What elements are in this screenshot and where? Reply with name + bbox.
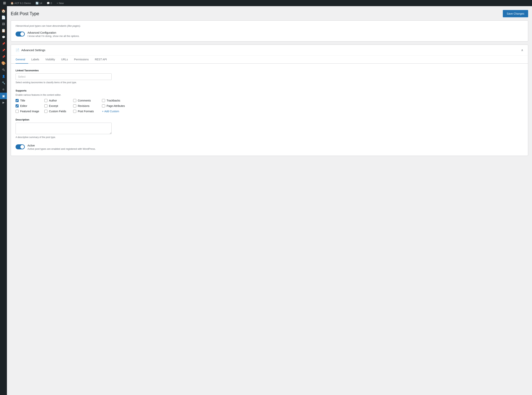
checkbox-featured-image[interactable]: Featured Image (16, 110, 44, 113)
add-custom-label: Add Custom (104, 110, 119, 113)
sidebar-icon-appearance[interactable]: 🎨 (0, 60, 7, 66)
sidebar-icon-plugins[interactable]: 🔌 (0, 66, 7, 73)
advanced-config-label: Advanced Configuration (27, 31, 80, 34)
sidebar-icon-pages[interactable]: 📋 (0, 27, 7, 34)
active-toggle-slider (16, 144, 25, 149)
checkbox-featured-image-input[interactable] (16, 110, 19, 113)
advanced-settings-card: 📄 Advanced Settings ∧ General Labels Vis… (11, 45, 528, 156)
advanced-config-text: Advanced Configuration I know what I'm d… (27, 31, 80, 38)
checkbox-revisions[interactable]: Revisions (73, 104, 102, 107)
advanced-settings-title: 📄 Advanced Settings (16, 48, 45, 52)
sidebar-icon-pin3[interactable]: 📌 (0, 53, 7, 60)
updates-icon: 🔄 (36, 2, 39, 5)
checkbox-revisions-input[interactable] (73, 104, 76, 107)
linked-taxonomies-hint: Select existing taxonomies to classify i… (16, 81, 523, 84)
advanced-settings-tabs: General Labels Visibility URLs Permissio… (11, 55, 528, 64)
updates-button[interactable]: 🔄 site-name 14 (34, 0, 44, 6)
sidebar-icon-media[interactable]: 🖼 (0, 21, 7, 27)
page-title: Edit Post Type (11, 11, 39, 16)
tab-visibility[interactable]: Visibility (42, 55, 58, 64)
toggle-slider (16, 32, 25, 37)
checkbox-custom-fields[interactable]: Custom Fields (44, 110, 73, 113)
checkbox-post-formats-input[interactable] (73, 110, 76, 113)
section-document-icon: 📄 (16, 48, 19, 52)
checkbox-title-label: Title (20, 99, 25, 102)
checkbox-custom-fields-label: Custom Fields (49, 110, 66, 113)
checkbox-trackbacks-label: Trackbacks (107, 99, 120, 102)
site-name-button[interactable]: 🏠 ACF 6.1 Demo (9, 0, 32, 6)
tab-urls[interactable]: URLs (58, 55, 71, 64)
description-label: Description (16, 118, 523, 121)
tab-labels[interactable]: Labels (28, 55, 42, 64)
general-tab-content: Linked Taxonomies Select existing taxono… (11, 64, 528, 156)
tab-general[interactable]: General (16, 55, 28, 64)
active-toggle[interactable] (16, 144, 25, 149)
checkbox-excerpt-input[interactable] (44, 104, 48, 107)
comments-icon: 💬 (47, 2, 50, 5)
sidebar-icon-dashboard[interactable]: 🏠 (0, 8, 7, 14)
description-textarea[interactable] (16, 123, 112, 134)
home-icon: 🏠 (11, 2, 14, 5)
checkbox-excerpt-label: Excerpt (49, 104, 58, 107)
supports-hint: Enable various features in the content e… (16, 93, 523, 96)
sidebar-icon-tools[interactable]: 🔧 (0, 80, 7, 86)
checkbox-comments-label: Comments (78, 99, 91, 102)
new-content-button[interactable]: + New (55, 0, 65, 6)
sidebar-icon-play[interactable]: ▶ (0, 99, 7, 106)
checkbox-page-attributes-input[interactable] (102, 104, 105, 107)
advanced-config-section: Hierarchical post types can have descend… (11, 21, 528, 41)
checkbox-excerpt[interactable]: Excerpt (44, 104, 73, 107)
active-sublabel: Active post types are enabled and regist… (27, 148, 96, 150)
sidebar-icon-comments[interactable]: 💬 (0, 34, 7, 40)
checkbox-editor-input[interactable] (16, 104, 19, 107)
checkbox-trackbacks[interactable]: Trackbacks (102, 99, 131, 102)
checkbox-page-attributes-label: Page Attributes (107, 104, 125, 107)
tab-permissions[interactable]: Permissions (71, 55, 91, 64)
checkbox-editor[interactable]: Editor (16, 104, 44, 107)
checkbox-author[interactable]: Author (44, 99, 73, 102)
checkbox-custom-fields-input[interactable] (44, 110, 48, 113)
sidebar-icon-settings[interactable]: ⚙ (0, 86, 7, 93)
comments-button[interactable]: 💬 0 (45, 0, 54, 6)
linked-taxonomies-input[interactable] (16, 73, 112, 80)
advanced-config-row: Advanced Configuration I know what I'm d… (16, 31, 523, 38)
checkbox-editor-label: Editor (20, 104, 27, 107)
collapse-icon[interactable]: ∧ (521, 48, 523, 52)
sidebar-icon-pin1[interactable]: 📌 (0, 40, 7, 47)
linked-taxonomies-group: Linked Taxonomies Select existing taxono… (16, 69, 523, 84)
sidebar: 🏠 📄 🖼 📋 💬 📌 📌 📌 🎨 🔌 👤 🔧 ⚙ ▣ ▶ (0, 6, 7, 395)
wp-logo-button[interactable]: ⊞ (1, 0, 7, 6)
main-content: Edit Post Type Save Changes Hierarchical… (7, 6, 532, 395)
checkbox-post-formats[interactable]: Post Formats (73, 110, 102, 113)
checkbox-comments-input[interactable] (73, 99, 76, 102)
save-changes-button[interactable]: Save Changes (503, 10, 528, 17)
advanced-config-sublabel: I know what I'm doing, show me all the o… (27, 35, 80, 38)
checkbox-trackbacks-input[interactable] (102, 99, 105, 102)
checkbox-revisions-label: Revisions (78, 104, 90, 107)
description-group: Description A descriptive summary of the… (16, 118, 523, 139)
active-toggle-text: Active Active post types are enabled and… (27, 144, 96, 150)
sidebar-icon-acf[interactable]: ▣ (0, 93, 7, 99)
advanced-config-card: Hierarchical post types can have descend… (11, 20, 528, 42)
sidebar-icon-posts[interactable]: 📄 (0, 14, 7, 21)
checkbox-comments[interactable]: Comments (73, 99, 102, 102)
sidebar-icon-pin2[interactable]: 📌 (0, 47, 7, 53)
checkbox-author-input[interactable] (44, 99, 48, 102)
admin-bar: ⊞ 🏠 ACF 6.1 Demo 🔄 site-name 14 💬 0 + Ne… (0, 0, 532, 6)
supports-label: Supports (16, 89, 523, 92)
checkbox-author-label: Author (49, 99, 57, 102)
checkbox-page-attributes[interactable]: Page Attributes (102, 104, 131, 107)
checkbox-featured-image-label: Featured Image (20, 110, 39, 113)
checkbox-title[interactable]: Title (16, 99, 44, 102)
add-custom-button[interactable]: + Add Custom (102, 110, 119, 113)
tab-rest-api[interactable]: REST API (92, 55, 110, 64)
checkbox-post-formats-label: Post Formats (78, 110, 94, 113)
add-custom-cell: + Add Custom (102, 110, 131, 113)
plus-icon: + (102, 110, 103, 113)
advanced-config-toggle[interactable] (16, 32, 25, 37)
checkbox-title-input[interactable] (16, 99, 19, 102)
wp-icon: ⊞ (3, 1, 6, 5)
sidebar-icon-users[interactable]: 👤 (0, 73, 7, 80)
supports-checkbox-grid: Title Author Comments Trackbacks (16, 99, 131, 113)
hierarchical-hint: Hierarchical post types can have descend… (16, 24, 523, 27)
